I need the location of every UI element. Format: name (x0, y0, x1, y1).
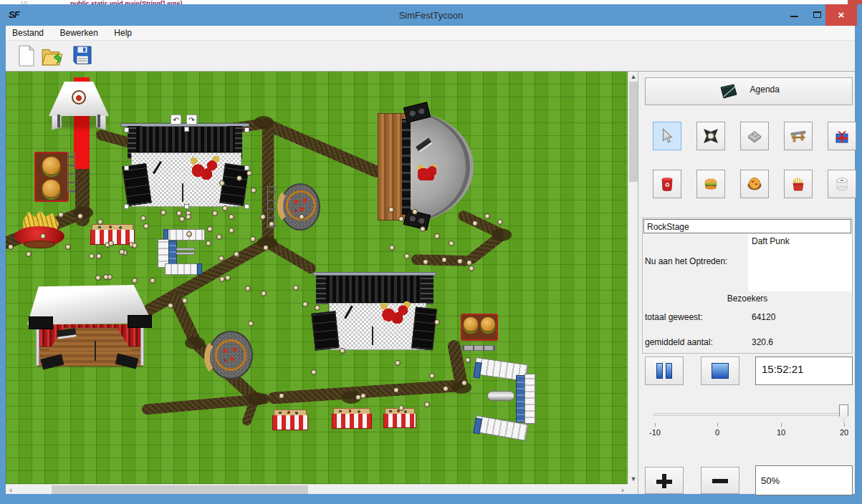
tool-select-cursor[interactable] (653, 122, 681, 150)
path-junction (246, 392, 267, 405)
now-performing-value: Daft Punk (752, 236, 790, 246)
scroll-left-arrow[interactable]: ‹ (6, 485, 16, 495)
total-visitors-value: 64120 (752, 312, 775, 322)
map-canvas[interactable]: ↶ ↷ (6, 72, 628, 484)
slider-tick (844, 423, 845, 427)
rotate-left-button[interactable]: ↶ (171, 115, 181, 125)
selection-handle[interactable] (184, 204, 189, 209)
tool-stage[interactable] (696, 122, 725, 150)
visitor-dot (96, 253, 102, 259)
speed-slider-thumb[interactable] (839, 404, 848, 423)
selection-handle[interactable] (124, 204, 129, 209)
menu-bestand[interactable]: Bestand (6, 26, 50, 38)
visitor-dot (429, 373, 435, 379)
save-floppy-icon (72, 45, 92, 65)
selection-handle[interactable] (124, 127, 129, 132)
tool-trash[interactable]: ♻ (653, 170, 681, 198)
visitor-dot (216, 234, 222, 240)
new-document-button[interactable] (14, 44, 39, 69)
stall-skirt (272, 415, 308, 430)
mic-stand (95, 341, 96, 361)
striped-stall-2[interactable] (332, 408, 372, 430)
tool-fries-stand[interactable] (784, 170, 813, 198)
burger-table-left[interactable] (34, 152, 69, 202)
burger (42, 179, 61, 198)
wooden-gate-icon (790, 128, 806, 144)
trash-can-icon: ♻ (659, 176, 675, 192)
visitor-dot (97, 219, 103, 225)
sidebar: Agenda ♻ (638, 72, 855, 494)
visitor-dot (40, 233, 46, 239)
party-tent[interactable] (49, 82, 109, 130)
striped-stall-1[interactable] (272, 410, 308, 431)
save-file-button[interactable] (70, 44, 95, 69)
selection-handle[interactable] (244, 204, 249, 209)
visitor-dot (212, 210, 218, 216)
pizza-table-north[interactable] (267, 180, 322, 232)
visitor-dot (182, 298, 188, 304)
selection-handle[interactable] (244, 165, 249, 170)
zoom-in-button[interactable] (645, 467, 684, 494)
agenda-button[interactable]: Agenda (645, 77, 853, 105)
zoom-out-button[interactable] (701, 467, 739, 494)
scroll-down-arrow[interactable]: ▼ (628, 474, 638, 484)
tool-pizza-stand[interactable] (740, 170, 769, 198)
visitor-dot (161, 210, 166, 215)
toilet-blue-cap (197, 263, 202, 275)
fries-stand[interactable] (14, 210, 64, 252)
title-bar: SF SimFestTycoon × (0, 4, 862, 26)
striped-stall-3[interactable] (383, 408, 416, 428)
mic-stand (372, 326, 373, 345)
visitor-dot (186, 214, 191, 220)
visitor-dot (150, 278, 155, 284)
maximize-button[interactable] (806, 4, 828, 26)
toilet-block-u[interactable] (471, 357, 537, 441)
pause-button[interactable] (645, 357, 684, 385)
stage-curtain (326, 276, 421, 303)
tool-gift[interactable] (828, 122, 856, 150)
rotate-right-button[interactable]: ↷ (186, 115, 197, 125)
tent-leg-right (97, 115, 100, 127)
visitor-dot (360, 393, 366, 399)
menu-bewerken[interactable]: Bewerken (54, 26, 105, 38)
horizontal-scroll-thumb[interactable] (52, 485, 308, 494)
selection-handle[interactable] (124, 165, 129, 170)
selection-handle[interactable] (184, 127, 189, 132)
tool-toilet[interactable] (828, 170, 856, 198)
horizontal-scrollbar[interactable]: ‹ › (6, 484, 628, 494)
visitor-dot (89, 253, 95, 259)
visitors-header: Bezoekers (643, 294, 851, 304)
close-button[interactable]: × (825, 4, 857, 26)
roof-speaker-right (128, 315, 152, 328)
menu-help[interactable]: Help (107, 26, 138, 38)
stop-button[interactable] (701, 357, 739, 385)
slider-tick (655, 423, 656, 427)
roofed-stage-southwest[interactable] (27, 285, 153, 374)
visitor-dot (103, 274, 109, 280)
fries-icon (790, 176, 806, 192)
speed-slider-track[interactable] (653, 413, 843, 416)
visitor-dot (398, 405, 404, 411)
center-stage[interactable] (310, 269, 439, 352)
tool-gate[interactable] (784, 122, 813, 150)
open-file-button[interactable] (40, 44, 64, 69)
pizza-table-south[interactable] (204, 329, 256, 382)
toilet-block-c[interactable] (158, 229, 211, 275)
tool-burger-stand[interactable] (696, 170, 725, 198)
visitor-dot (219, 276, 225, 282)
visitor-dot (449, 241, 454, 246)
vertical-scrollbar[interactable]: ▲ ▼ (628, 72, 638, 484)
visitor-dot (246, 170, 252, 176)
burger-table-right[interactable] (461, 314, 498, 352)
visitor-dot (219, 180, 225, 186)
vertical-scroll-thumb[interactable] (629, 82, 638, 182)
visitor-dot (95, 275, 101, 281)
tool-path[interactable] (740, 122, 769, 150)
visitor-dot (395, 360, 401, 366)
minimize-button[interactable] (783, 4, 805, 26)
scroll-right-arrow[interactable]: › (618, 485, 628, 495)
dirt-path (267, 379, 461, 404)
selection-handle[interactable] (244, 127, 249, 132)
stage-name-input[interactable] (643, 219, 851, 233)
scroll-up-arrow[interactable]: ▲ (628, 72, 638, 82)
